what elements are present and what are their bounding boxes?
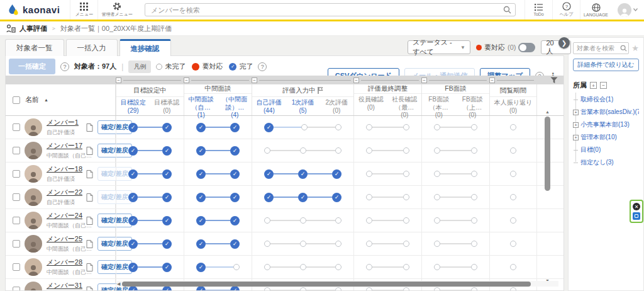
help-button[interactable]: ? ヘルプ: [552, 0, 580, 20]
kaonavi-logo[interactable]: kaonavi: [0, 4, 70, 16]
step-todo-icon[interactable]: [366, 171, 372, 177]
step-todo-icon[interactable]: [510, 287, 516, 291]
sheet-icon[interactable]: [86, 147, 93, 155]
step-column-header[interactable]: 2次評価(0): [319, 97, 353, 115]
row-checkbox[interactable]: [13, 193, 20, 201]
scroll-left-icon[interactable]: ◀: [117, 282, 120, 287]
member-search-input[interactable]: [145, 3, 516, 16]
step-done-icon[interactable]: ✓: [230, 216, 240, 225]
admin-menu-button[interactable]: 管理者メニュー: [97, 0, 136, 20]
close-icon[interactable]: ✕: [633, 203, 640, 210]
step-todo-icon[interactable]: [366, 124, 372, 130]
search-icon[interactable]: [620, 45, 627, 52]
step-todo-icon[interactable]: [335, 147, 341, 154]
scroll-up-icon[interactable]: ▲: [545, 110, 550, 115]
step-done-icon[interactable]: ✓: [298, 193, 308, 202]
account-menu[interactable]: [611, 3, 644, 17]
hscroll-thumb[interactable]: [122, 282, 531, 287]
member-name-link[interactable]: メンバー25: [47, 234, 82, 244]
sheet-icon[interactable]: [86, 287, 93, 291]
step-done-icon[interactable]: ✓: [196, 193, 206, 202]
step-todo-icon[interactable]: [403, 147, 409, 154]
step-todo-icon[interactable]: [300, 217, 306, 224]
step-done-icon[interactable]: ✓: [196, 239, 206, 249]
collapse-all-icon[interactable]: −: [600, 82, 607, 89]
step-todo-icon[interactable]: [471, 171, 477, 177]
step-todo-icon[interactable]: [510, 241, 516, 247]
row-checkbox[interactable]: [13, 263, 20, 271]
member-name-link[interactable]: メンバー22: [47, 188, 82, 197]
tree-item-3[interactable]: +小売事業本部(13): [573, 120, 639, 129]
step-todo-icon[interactable]: [510, 217, 516, 224]
sort-asc-icon[interactable]: ▲: [44, 98, 48, 102]
step-done-icon[interactable]: ✓: [162, 193, 172, 202]
step-todo-icon[interactable]: [434, 194, 440, 200]
member-name-link[interactable]: メンバー24: [47, 211, 82, 220]
step-done-icon[interactable]: ✓: [128, 193, 138, 202]
step-todo-icon[interactable]: [403, 287, 409, 291]
step-column-header[interactable]: 本人振り返り(0): [490, 97, 536, 115]
tab-3[interactable]: 進捗確認: [119, 39, 171, 56]
capture-app-icon[interactable]: [633, 212, 640, 220]
member-name-link[interactable]: メンバー18: [47, 164, 82, 174]
step-done-icon[interactable]: ✓: [128, 216, 138, 225]
step-done-icon[interactable]: ✓: [332, 193, 341, 202]
member-name-link[interactable]: メンバー17: [47, 141, 82, 151]
sidebar-collapse-button[interactable]: ❯: [558, 37, 570, 48]
todo-button[interactable]: ToDo: [525, 0, 552, 20]
step-todo-icon[interactable]: [510, 147, 516, 154]
collapse-group-icon[interactable]: −: [421, 77, 427, 83]
step-done-icon[interactable]: ✓: [162, 263, 172, 272]
step-todo-icon[interactable]: [403, 171, 409, 177]
expand-all-icon[interactable]: ＋: [590, 82, 597, 89]
step-todo-icon[interactable]: [434, 147, 440, 154]
step-done-icon[interactable]: ✓: [196, 169, 206, 179]
tree-item-4[interactable]: +管理本部(10): [573, 133, 639, 142]
step-done-icon[interactable]: ✓: [264, 169, 274, 179]
step-todo-icon[interactable]: [471, 241, 477, 247]
collapse-group-icon[interactable]: −: [116, 77, 121, 83]
step-todo-icon[interactable]: [403, 194, 409, 200]
step-done-icon[interactable]: ✓: [162, 146, 172, 156]
sheet-icon[interactable]: [86, 240, 93, 248]
step-done-icon[interactable]: ✓: [128, 263, 138, 272]
member-name-link[interactable]: メンバー31: [47, 281, 82, 290]
step-todo-icon[interactable]: [301, 124, 308, 130]
step-todo-icon[interactable]: [233, 264, 240, 270]
step-todo-icon[interactable]: [510, 124, 516, 130]
step-done-icon[interactable]: ✓: [162, 169, 172, 179]
sheet-icon[interactable]: [86, 217, 93, 225]
step-done-icon[interactable]: ✓: [162, 216, 172, 225]
step-todo-icon[interactable]: [300, 147, 306, 154]
step-done-icon[interactable]: ✓: [196, 263, 206, 272]
step-todo-icon[interactable]: [403, 264, 409, 270]
tree-item-5[interactable]: 目標(0): [573, 146, 639, 154]
expand-node-icon[interactable]: +: [573, 110, 579, 115]
expand-node-icon[interactable]: +: [573, 122, 579, 128]
sheet-icon[interactable]: [86, 193, 93, 202]
step-todo-icon[interactable]: [335, 217, 341, 224]
attention-toggle[interactable]: [518, 43, 535, 52]
step-todo-icon[interactable]: [335, 124, 341, 130]
vscroll-thumb[interactable]: [545, 117, 550, 191]
step-todo-icon[interactable]: [366, 194, 372, 200]
step-todo-icon[interactable]: [366, 147, 372, 154]
step-todo-icon[interactable]: [434, 264, 440, 270]
step-done-icon[interactable]: ✓: [128, 146, 138, 156]
step-done-icon[interactable]: ✓: [230, 123, 240, 132]
row-checkbox[interactable]: [13, 240, 20, 248]
status-select[interactable]: ステータス - すべて ▼: [408, 40, 470, 54]
step-done-icon[interactable]: ✓: [128, 239, 138, 249]
step-todo-icon[interactable]: [300, 241, 306, 247]
step-done-icon[interactable]: ✓: [230, 239, 240, 249]
step-done-icon[interactable]: ✓: [196, 216, 206, 225]
menu-button[interactable]: メニュー: [70, 0, 97, 20]
bulk-confirm-button[interactable]: 一括確定: [9, 59, 55, 74]
horizontal-scrollbar[interactable]: ◀: [117, 281, 558, 287]
step-done-icon[interactable]: ✓: [264, 123, 274, 132]
step-todo-icon[interactable]: [510, 171, 516, 177]
step-todo-icon[interactable]: [366, 264, 372, 270]
step-todo-icon[interactable]: [471, 147, 477, 154]
help-icon[interactable]: ?: [258, 62, 267, 71]
collapse-group-icon[interactable]: −: [489, 77, 495, 83]
